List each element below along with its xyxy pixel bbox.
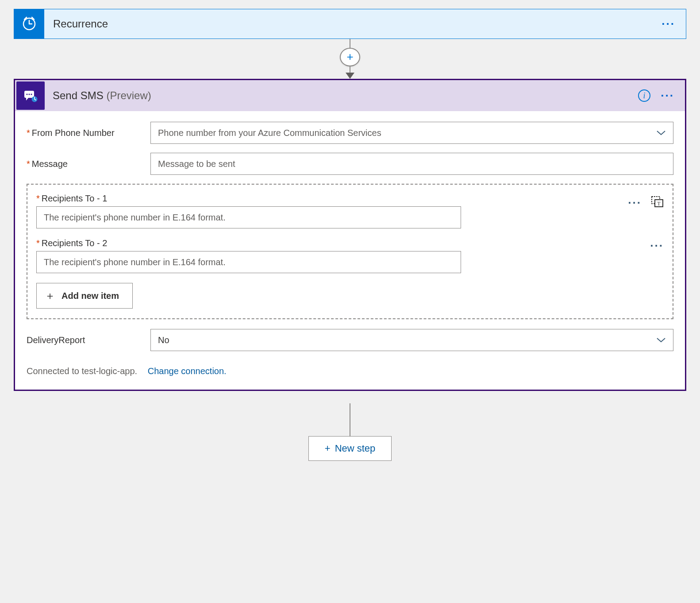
recipient-label: *Recipients To - 1 bbox=[36, 193, 613, 204]
recurrence-title: Recurrence bbox=[44, 18, 108, 30]
recurrence-trigger-card[interactable]: Recurrence ··· bbox=[14, 9, 686, 39]
connector-line bbox=[350, 403, 350, 436]
svg-text:T: T bbox=[657, 201, 661, 207]
delivery-report-select[interactable]: No bbox=[150, 329, 673, 351]
info-icon[interactable]: i bbox=[638, 89, 650, 102]
send-sms-more-button[interactable]: ··· bbox=[661, 89, 674, 103]
sms-title-text: Send SMS bbox=[53, 89, 106, 101]
recipient-more-button[interactable]: ··· bbox=[628, 197, 642, 209]
svg-point-9 bbox=[31, 93, 32, 95]
from-phone-placeholder: Phone number from your Azure Communicati… bbox=[158, 128, 381, 138]
send-sms-header[interactable]: Send SMS (Preview) i ··· bbox=[15, 80, 685, 111]
new-step-button[interactable]: + New step bbox=[308, 436, 392, 461]
recipient-item: *Recipients To - 1 The recipient's phone… bbox=[36, 193, 664, 228]
from-phone-select[interactable]: Phone number from your Azure Communicati… bbox=[150, 122, 673, 144]
required-mark: * bbox=[27, 128, 30, 138]
chat-icon bbox=[16, 81, 45, 110]
recipient-input[interactable]: The recipient's phone number in E.164 fo… bbox=[36, 206, 461, 228]
add-new-item-button[interactable]: ＋ Add new item bbox=[36, 283, 133, 309]
chevron-down-icon bbox=[656, 335, 666, 345]
required-mark: * bbox=[27, 159, 30, 169]
required-mark: * bbox=[36, 238, 40, 248]
insert-step-button[interactable]: + bbox=[340, 48, 360, 66]
recipients-group: *Recipients To - 1 The recipient's phone… bbox=[27, 184, 673, 319]
connection-status: Connected to test-logic-app. Change conn… bbox=[27, 366, 673, 376]
required-mark: * bbox=[36, 193, 40, 203]
switch-mode-icon[interactable]: T bbox=[650, 195, 664, 210]
from-phone-row: *From Phone Number Phone number from you… bbox=[27, 122, 673, 144]
plus-icon: + bbox=[325, 443, 331, 454]
message-row: *Message Message to be sent bbox=[27, 153, 673, 175]
send-sms-title: Send SMS (Preview) bbox=[45, 89, 151, 102]
new-step-label: New step bbox=[335, 443, 376, 454]
arrow-down-icon bbox=[346, 73, 354, 79]
message-label: *Message bbox=[27, 159, 150, 169]
delivery-report-label: DeliveryReport bbox=[27, 335, 150, 345]
recipient-item: *Recipients To - 2 The recipient's phone… bbox=[36, 238, 664, 273]
send-sms-action-card: Send SMS (Preview) i ··· *From Phone Num… bbox=[14, 79, 686, 391]
recipient-input[interactable]: The recipient's phone number in E.164 fo… bbox=[36, 251, 461, 273]
from-phone-label: *From Phone Number bbox=[27, 128, 150, 138]
delivery-report-row: DeliveryReport No bbox=[27, 329, 673, 351]
delivery-report-value: No bbox=[158, 335, 169, 345]
clock-icon bbox=[14, 9, 44, 39]
change-connection-link[interactable]: Change connection. bbox=[148, 366, 227, 376]
connector: + bbox=[14, 39, 686, 79]
svg-marker-6 bbox=[26, 97, 29, 100]
chevron-down-icon bbox=[656, 128, 666, 138]
plus-icon: ＋ bbox=[45, 289, 55, 303]
recipient-more-button[interactable]: ··· bbox=[650, 240, 664, 251]
recipient-label: *Recipients To - 2 bbox=[36, 238, 635, 248]
svg-point-7 bbox=[26, 93, 27, 95]
message-input[interactable]: Message to be sent bbox=[150, 153, 673, 175]
sms-preview-badge: (Preview) bbox=[106, 89, 151, 101]
connection-text: Connected to test-logic-app. bbox=[27, 366, 137, 376]
recurrence-more-button[interactable]: ··· bbox=[662, 17, 675, 31]
svg-point-8 bbox=[28, 93, 30, 95]
add-item-label: Add new item bbox=[62, 291, 119, 301]
message-placeholder: Message to be sent bbox=[158, 159, 235, 169]
